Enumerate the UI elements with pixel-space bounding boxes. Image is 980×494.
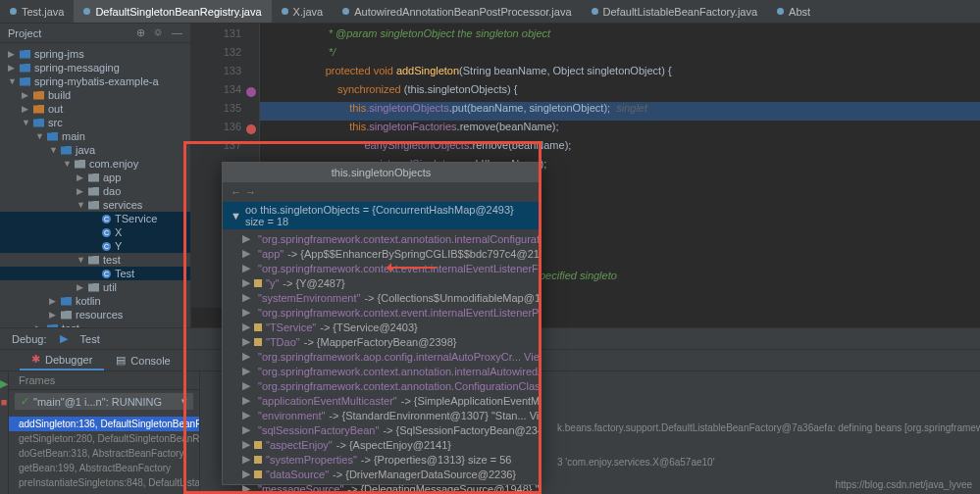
inspector-entry[interactable]: ▶ "y" -> {Y@2487} bbox=[223, 275, 540, 290]
tree-mybatis-example[interactable]: ▼spring-mybatis-example-a bbox=[0, 74, 190, 88]
tree-main[interactable]: ▼main bbox=[0, 129, 190, 143]
tab-autowired[interactable]: AutowiredAnnotationBeanPostProcessor.jav… bbox=[333, 0, 581, 23]
back-icon[interactable]: ← bbox=[231, 186, 241, 198]
inspector-entry[interactable]: ▶ "systemEnvironment" -> {Collections$Un… bbox=[223, 290, 540, 305]
inspector-entry[interactable]: ▶ "sqlSessionFactoryBean" -> {SqlSession… bbox=[223, 422, 540, 437]
doc-line: */ bbox=[326, 46, 335, 58]
tab-test[interactable]: Test.java bbox=[0, 0, 74, 23]
inspector-entry[interactable]: ▶ "org.springframework.context.event.int… bbox=[223, 305, 540, 320]
tab-x[interactable]: X.java bbox=[272, 0, 334, 23]
annotation-arrow bbox=[387, 267, 437, 269]
inspector-entry[interactable]: ▶ "messageSource" -> {DelegatingMessageS… bbox=[223, 481, 540, 494]
forward-icon[interactable]: → bbox=[245, 186, 256, 198]
frames-header: Frames bbox=[9, 371, 199, 390]
breakpoint-icon[interactable] bbox=[246, 87, 256, 97]
editor-tabs: Test.java DefaultSingletonBeanRegistry.j… bbox=[0, 0, 980, 24]
sidebar-header: Project ⊕ ⛭ — bbox=[0, 24, 190, 43]
current-line-icon[interactable] bbox=[246, 124, 256, 134]
tree-y[interactable]: CY bbox=[0, 239, 190, 253]
rerun-icon[interactable]: ▶ bbox=[0, 377, 8, 390]
settings-icon[interactable]: ⛭ bbox=[153, 26, 164, 39]
tree-java[interactable]: ▼java bbox=[0, 143, 190, 157]
tree-com-enjoy[interactable]: ▼com.enjoy bbox=[0, 157, 190, 171]
debug-tab[interactable]: Debug: ▶ Test bbox=[0, 328, 112, 349]
inspector-title: this.singletonObjects bbox=[223, 163, 540, 182]
tab-abst[interactable]: Abst bbox=[767, 0, 820, 23]
log-line: k.beans.factory.support.DefaultListableB… bbox=[553, 420, 980, 435]
inspector-entry[interactable]: ▶ "TDao" -> {MapperFactoryBean@2398} bbox=[223, 334, 540, 349]
tree-test-cls[interactable]: CTest bbox=[0, 267, 190, 280]
inspector-entry[interactable]: ▶ "org.springframework.aop.config.intern… bbox=[223, 349, 540, 364]
stack-frame[interactable]: addSingleton:136, DefaultSingletonBeanRe… bbox=[9, 417, 199, 431]
stop-icon[interactable]: ■ bbox=[1, 396, 8, 408]
stack-frame[interactable]: preInstantiateSingletons:848, DefaultLis… bbox=[9, 475, 199, 490]
stack-frame[interactable]: doGetBean:318, AbstractBeanFactory bbox=[9, 446, 199, 461]
tree-services[interactable]: ▼services bbox=[0, 198, 190, 212]
log-line: 3 'com.enjoy.services.X@6a57ae10' bbox=[553, 455, 980, 469]
inspector-root[interactable]: ▼oo this.singletonObjects = {ConcurrentH… bbox=[223, 202, 540, 229]
tree-spring-messaging[interactable]: ▶spring-messaging bbox=[0, 61, 190, 74]
debugger-subtab[interactable]: ✱Debugger bbox=[20, 350, 104, 370]
tree-resources[interactable]: ▶resources bbox=[0, 308, 190, 321]
inspector-nav: ← → bbox=[223, 182, 540, 202]
inspector-entry[interactable]: ▶ "app" -> {App$$EnhancerBySpringCGLIB$$… bbox=[223, 246, 540, 261]
tree-kotlin[interactable]: ▶kotlin bbox=[0, 294, 190, 308]
tree-util[interactable]: ▶util bbox=[0, 280, 190, 294]
project-tree[interactable]: ▶spring-jms ▶spring-messaging ▼spring-my… bbox=[0, 43, 190, 353]
tree-app[interactable]: ▶app bbox=[0, 171, 190, 184]
inspector-entry[interactable]: ▶ "systemProperties" -> {Properties@1313… bbox=[223, 452, 540, 467]
sidebar-title: Project bbox=[8, 27, 41, 39]
variable-inspector[interactable]: this.singletonObjects ← → ▼oo this.singl… bbox=[222, 162, 541, 485]
thread-selector[interactable]: ✓"main"@1 i...n": RUNNING▾ bbox=[15, 393, 193, 410]
inspector-entry[interactable]: ▶ "org.springframework.context.annotatio… bbox=[223, 364, 540, 378]
hide-icon[interactable]: — bbox=[172, 26, 182, 39]
collapse-icon[interactable]: ⊕ bbox=[136, 26, 145, 39]
tree-out[interactable]: ▶out bbox=[0, 102, 190, 116]
doc-line: * @param singletonObject the singleton o… bbox=[326, 27, 550, 39]
tree-x[interactable]: CX bbox=[0, 225, 190, 239]
console-subtab[interactable]: ▤Console bbox=[104, 350, 181, 370]
tab-defaultlistable[interactable]: DefaultListableBeanFactory.java bbox=[582, 0, 768, 23]
inspector-entry[interactable]: ▶ "org.springframework.context.annotatio… bbox=[223, 378, 540, 393]
inspector-entry[interactable]: ▶ "org.springframework.context.annotatio… bbox=[223, 231, 540, 246]
tree-dao[interactable]: ▶dao bbox=[0, 184, 190, 198]
tree-test-pkg[interactable]: ▼test bbox=[0, 253, 190, 267]
tree-spring-jms[interactable]: ▶spring-jms bbox=[0, 47, 190, 61]
inspector-entry[interactable]: ▶ "dataSource" -> {DriverManagerDataSour… bbox=[223, 467, 540, 481]
inspector-entry[interactable]: ▶ "environment" -> {StandardEnvironment@… bbox=[223, 408, 540, 422]
inspector-entry[interactable]: ▶ "applicationEventMulticaster" -> {Simp… bbox=[223, 393, 540, 408]
stack-frame[interactable]: getSingleton:280, DefaultSingletonBeanRe… bbox=[9, 431, 199, 446]
inspector-entry[interactable]: ▶ "TService" -> {TService@2403} bbox=[223, 320, 540, 334]
watermark: https://blog.csdn.net/java_lyvee bbox=[835, 479, 972, 490]
tree-build[interactable]: ▶build bbox=[0, 88, 190, 102]
tab-defaultsingleton[interactable]: DefaultSingletonBeanRegistry.java bbox=[74, 0, 271, 23]
inspector-entry[interactable]: ▶ "aspectEnjoy" -> {AspectEnjoy@2141} bbox=[223, 437, 540, 452]
tree-tservice[interactable]: CTService bbox=[0, 212, 190, 225]
tree-src[interactable]: ▼src bbox=[0, 116, 190, 129]
stack-frame[interactable]: getBean:199, AbstractBeanFactory bbox=[9, 461, 199, 475]
